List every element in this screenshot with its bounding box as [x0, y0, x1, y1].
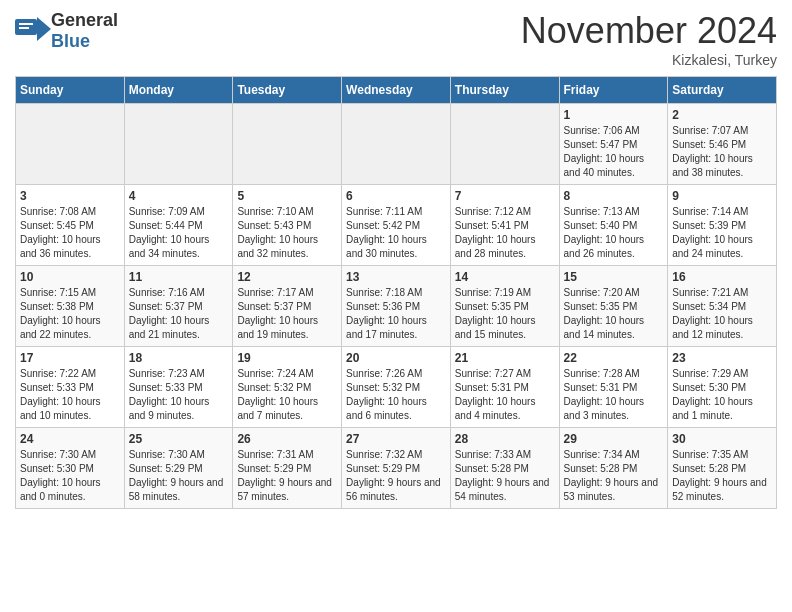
day-number: 23	[672, 351, 772, 365]
calendar-cell: 7Sunrise: 7:12 AM Sunset: 5:41 PM Daylig…	[450, 185, 559, 266]
calendar-cell: 28Sunrise: 7:33 AM Sunset: 5:28 PM Dayli…	[450, 428, 559, 509]
day-number: 28	[455, 432, 555, 446]
day-info: Sunrise: 7:10 AM Sunset: 5:43 PM Dayligh…	[237, 205, 337, 261]
day-number: 21	[455, 351, 555, 365]
month-title: November 2024	[521, 10, 777, 52]
calendar-cell	[342, 104, 451, 185]
day-number: 5	[237, 189, 337, 203]
calendar-cell: 18Sunrise: 7:23 AM Sunset: 5:33 PM Dayli…	[124, 347, 233, 428]
day-number: 1	[564, 108, 664, 122]
calendar-cell: 10Sunrise: 7:15 AM Sunset: 5:38 PM Dayli…	[16, 266, 125, 347]
day-info: Sunrise: 7:35 AM Sunset: 5:28 PM Dayligh…	[672, 448, 772, 504]
day-number: 6	[346, 189, 446, 203]
day-number: 18	[129, 351, 229, 365]
day-info: Sunrise: 7:29 AM Sunset: 5:30 PM Dayligh…	[672, 367, 772, 423]
day-info: Sunrise: 7:23 AM Sunset: 5:33 PM Dayligh…	[129, 367, 229, 423]
calendar-cell: 12Sunrise: 7:17 AM Sunset: 5:37 PM Dayli…	[233, 266, 342, 347]
day-number: 25	[129, 432, 229, 446]
location: Kizkalesi, Turkey	[521, 52, 777, 68]
weekday-header-monday: Monday	[124, 77, 233, 104]
day-info: Sunrise: 7:33 AM Sunset: 5:28 PM Dayligh…	[455, 448, 555, 504]
day-info: Sunrise: 7:08 AM Sunset: 5:45 PM Dayligh…	[20, 205, 120, 261]
svg-rect-3	[19, 27, 29, 29]
day-info: Sunrise: 7:27 AM Sunset: 5:31 PM Dayligh…	[455, 367, 555, 423]
week-row-5: 24Sunrise: 7:30 AM Sunset: 5:30 PM Dayli…	[16, 428, 777, 509]
day-number: 29	[564, 432, 664, 446]
calendar-cell: 17Sunrise: 7:22 AM Sunset: 5:33 PM Dayli…	[16, 347, 125, 428]
calendar-cell: 6Sunrise: 7:11 AM Sunset: 5:42 PM Daylig…	[342, 185, 451, 266]
day-number: 27	[346, 432, 446, 446]
day-number: 10	[20, 270, 120, 284]
day-number: 14	[455, 270, 555, 284]
day-info: Sunrise: 7:30 AM Sunset: 5:30 PM Dayligh…	[20, 448, 120, 504]
day-number: 3	[20, 189, 120, 203]
day-info: Sunrise: 7:20 AM Sunset: 5:35 PM Dayligh…	[564, 286, 664, 342]
day-number: 13	[346, 270, 446, 284]
calendar-cell: 23Sunrise: 7:29 AM Sunset: 5:30 PM Dayli…	[668, 347, 777, 428]
day-number: 2	[672, 108, 772, 122]
calendar-cell: 14Sunrise: 7:19 AM Sunset: 5:35 PM Dayli…	[450, 266, 559, 347]
day-number: 4	[129, 189, 229, 203]
day-info: Sunrise: 7:17 AM Sunset: 5:37 PM Dayligh…	[237, 286, 337, 342]
weekday-header-sunday: Sunday	[16, 77, 125, 104]
day-number: 16	[672, 270, 772, 284]
day-number: 22	[564, 351, 664, 365]
calendar-cell: 4Sunrise: 7:09 AM Sunset: 5:44 PM Daylig…	[124, 185, 233, 266]
day-info: Sunrise: 7:13 AM Sunset: 5:40 PM Dayligh…	[564, 205, 664, 261]
day-number: 7	[455, 189, 555, 203]
calendar-cell: 9Sunrise: 7:14 AM Sunset: 5:39 PM Daylig…	[668, 185, 777, 266]
svg-marker-1	[37, 17, 51, 41]
logo-text: General Blue	[51, 10, 118, 52]
day-info: Sunrise: 7:30 AM Sunset: 5:29 PM Dayligh…	[129, 448, 229, 504]
calendar-cell: 22Sunrise: 7:28 AM Sunset: 5:31 PM Dayli…	[559, 347, 668, 428]
calendar-cell	[16, 104, 125, 185]
calendar-cell: 25Sunrise: 7:30 AM Sunset: 5:29 PM Dayli…	[124, 428, 233, 509]
day-number: 8	[564, 189, 664, 203]
week-row-1: 1Sunrise: 7:06 AM Sunset: 5:47 PM Daylig…	[16, 104, 777, 185]
day-info: Sunrise: 7:34 AM Sunset: 5:28 PM Dayligh…	[564, 448, 664, 504]
day-number: 19	[237, 351, 337, 365]
weekday-header-friday: Friday	[559, 77, 668, 104]
day-number: 12	[237, 270, 337, 284]
week-row-4: 17Sunrise: 7:22 AM Sunset: 5:33 PM Dayli…	[16, 347, 777, 428]
day-info: Sunrise: 7:19 AM Sunset: 5:35 PM Dayligh…	[455, 286, 555, 342]
day-info: Sunrise: 7:09 AM Sunset: 5:44 PM Dayligh…	[129, 205, 229, 261]
week-row-3: 10Sunrise: 7:15 AM Sunset: 5:38 PM Dayli…	[16, 266, 777, 347]
calendar-cell: 27Sunrise: 7:32 AM Sunset: 5:29 PM Dayli…	[342, 428, 451, 509]
calendar-cell	[124, 104, 233, 185]
calendar-cell: 5Sunrise: 7:10 AM Sunset: 5:43 PM Daylig…	[233, 185, 342, 266]
calendar-cell: 11Sunrise: 7:16 AM Sunset: 5:37 PM Dayli…	[124, 266, 233, 347]
calendar-cell: 15Sunrise: 7:20 AM Sunset: 5:35 PM Dayli…	[559, 266, 668, 347]
day-info: Sunrise: 7:16 AM Sunset: 5:37 PM Dayligh…	[129, 286, 229, 342]
calendar-cell: 19Sunrise: 7:24 AM Sunset: 5:32 PM Dayli…	[233, 347, 342, 428]
day-number: 15	[564, 270, 664, 284]
header: General Blue November 2024 Kizkalesi, Tu…	[15, 10, 777, 68]
day-info: Sunrise: 7:24 AM Sunset: 5:32 PM Dayligh…	[237, 367, 337, 423]
calendar-page: General Blue November 2024 Kizkalesi, Tu…	[0, 0, 792, 519]
calendar-cell: 20Sunrise: 7:26 AM Sunset: 5:32 PM Dayli…	[342, 347, 451, 428]
calendar-cell	[233, 104, 342, 185]
day-info: Sunrise: 7:14 AM Sunset: 5:39 PM Dayligh…	[672, 205, 772, 261]
day-info: Sunrise: 7:06 AM Sunset: 5:47 PM Dayligh…	[564, 124, 664, 180]
day-number: 24	[20, 432, 120, 446]
svg-rect-2	[19, 23, 33, 25]
day-info: Sunrise: 7:21 AM Sunset: 5:34 PM Dayligh…	[672, 286, 772, 342]
weekday-header-thursday: Thursday	[450, 77, 559, 104]
calendar-cell: 16Sunrise: 7:21 AM Sunset: 5:34 PM Dayli…	[668, 266, 777, 347]
day-info: Sunrise: 7:22 AM Sunset: 5:33 PM Dayligh…	[20, 367, 120, 423]
logo-icon	[15, 15, 51, 47]
day-info: Sunrise: 7:26 AM Sunset: 5:32 PM Dayligh…	[346, 367, 446, 423]
title-block: November 2024 Kizkalesi, Turkey	[521, 10, 777, 68]
day-info: Sunrise: 7:18 AM Sunset: 5:36 PM Dayligh…	[346, 286, 446, 342]
day-info: Sunrise: 7:11 AM Sunset: 5:42 PM Dayligh…	[346, 205, 446, 261]
day-info: Sunrise: 7:32 AM Sunset: 5:29 PM Dayligh…	[346, 448, 446, 504]
weekday-header-tuesday: Tuesday	[233, 77, 342, 104]
calendar-cell: 29Sunrise: 7:34 AM Sunset: 5:28 PM Dayli…	[559, 428, 668, 509]
calendar-cell	[450, 104, 559, 185]
day-number: 11	[129, 270, 229, 284]
logo: General Blue	[15, 10, 118, 52]
day-number: 17	[20, 351, 120, 365]
calendar-cell: 21Sunrise: 7:27 AM Sunset: 5:31 PM Dayli…	[450, 347, 559, 428]
calendar-cell: 13Sunrise: 7:18 AM Sunset: 5:36 PM Dayli…	[342, 266, 451, 347]
calendar-table: SundayMondayTuesdayWednesdayThursdayFrid…	[15, 76, 777, 509]
